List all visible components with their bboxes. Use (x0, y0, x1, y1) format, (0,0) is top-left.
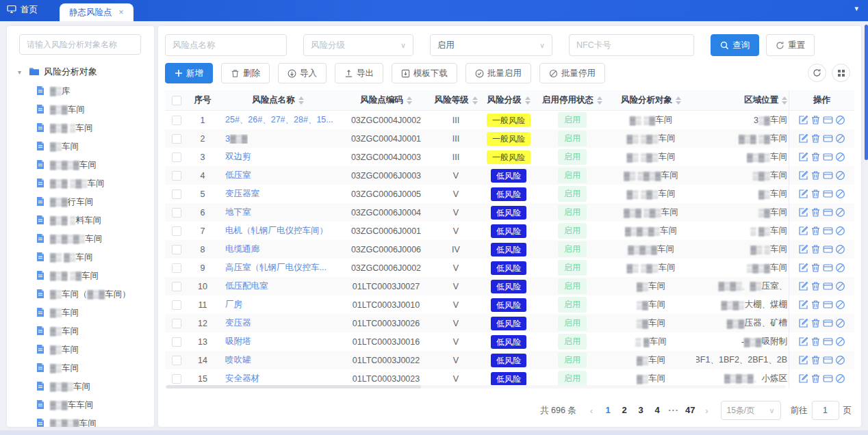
row-checkbox[interactable] (172, 374, 181, 384)
risk-point-link[interactable]: 低压室 (225, 170, 251, 181)
risk-point-link[interactable]: 变压器 (225, 317, 251, 329)
disable-icon[interactable] (835, 281, 845, 291)
card-icon[interactable] (823, 355, 833, 365)
delete-icon[interactable] (810, 244, 821, 254)
tree-item-workshop[interactable]: ▓▒车间 (7, 359, 154, 378)
column-header-6[interactable]: 启用停用状态 (539, 90, 606, 110)
edit-icon[interactable] (798, 226, 808, 236)
delete-icon[interactable] (810, 355, 821, 365)
card-icon[interactable] (823, 189, 833, 199)
delete-icon[interactable] (810, 263, 821, 273)
search-button[interactable]: 查询 (711, 34, 759, 56)
risk-point-link[interactable]: 喷吹罐 (225, 354, 251, 366)
delete-icon[interactable] (810, 318, 821, 328)
edit-icon[interactable] (798, 244, 808, 254)
import-button[interactable]: 导入 (278, 63, 327, 83)
disable-icon[interactable] (835, 226, 845, 236)
page-size-select[interactable]: 15条/页 ∨ (721, 401, 781, 420)
sort-icon[interactable] (407, 96, 412, 105)
tree-item-workshop[interactable]: ▓▒库 (7, 82, 154, 101)
disable-icon[interactable] (835, 170, 845, 181)
edit-icon[interactable] (798, 115, 808, 125)
row-checkbox[interactable] (172, 134, 181, 144)
disable-icon[interactable] (835, 244, 845, 254)
sort-icon[interactable] (597, 96, 602, 105)
card-icon[interactable] (823, 226, 833, 236)
edit-icon[interactable] (798, 207, 808, 218)
edit-icon[interactable] (798, 170, 808, 181)
delete-icon[interactable] (810, 300, 821, 310)
risk-point-link[interactable]: 电机（轧钢厂电仪控车间） (225, 225, 328, 237)
card-icon[interactable] (823, 115, 833, 125)
risk-point-link[interactable]: 3▓▒▓ (225, 134, 248, 144)
edit-icon[interactable] (798, 337, 808, 347)
risk-point-link[interactable]: 25#、26#、27#、28#、15... (225, 114, 333, 126)
risk-point-link[interactable]: 低压配电室 (225, 280, 268, 292)
next-page-icon[interactable]: › (701, 406, 712, 416)
row-checkbox[interactable] (172, 189, 181, 199)
close-icon[interactable]: × (119, 8, 124, 17)
risk-grade-select[interactable]: 风险分级 ∨ (303, 34, 413, 56)
disable-icon[interactable] (835, 263, 845, 273)
card-icon[interactable] (823, 152, 833, 162)
refresh-table-button[interactable] (808, 64, 826, 82)
add-button[interactable]: 新增 (165, 63, 213, 83)
batch-disable-button[interactable]: 批量停用 (539, 63, 605, 83)
tab-home[interactable]: 首页 (0, 4, 47, 21)
row-checkbox[interactable] (172, 263, 181, 273)
risk-point-link[interactable]: 安全器材 (225, 373, 259, 384)
caret-down-icon[interactable]: ▾ (18, 68, 25, 76)
tree-item-workshop[interactable]: ▓▒车间 (7, 322, 154, 341)
table-row[interactable]: 11 厂房 01LTC0003J0010 V 低风险 启用 ▒▓车间 ▓▒▓▒大… (165, 295, 789, 314)
sort-icon[interactable] (472, 96, 478, 105)
table-row[interactable]: 7 电机（轧钢厂电仪控车间） 03ZGC0006J0001 V 低风险 启用 ▓… (165, 222, 789, 240)
risk-point-link[interactable]: 地下室 (225, 207, 251, 218)
edit-icon[interactable] (798, 189, 808, 199)
delete-icon[interactable] (810, 337, 821, 347)
edit-icon[interactable] (798, 373, 808, 384)
horizontal-scrollbar-thumb[interactable] (166, 385, 421, 388)
edit-icon[interactable] (798, 281, 808, 291)
disable-icon[interactable] (835, 152, 845, 162)
table-row[interactable]: 10 低压配电室 01LTC0003J0027 V 低风险 启用 ▓▒车间 ▓▒… (165, 277, 789, 295)
disable-icon[interactable] (835, 300, 845, 310)
delete-icon[interactable] (810, 226, 821, 236)
delete-icon[interactable] (810, 170, 821, 181)
delete-icon[interactable] (810, 281, 821, 291)
row-checkbox[interactable] (172, 245, 181, 254)
disable-icon[interactable] (835, 189, 845, 199)
tree-item-workshop[interactable]: ▓▒车间（▓▒▓车间） (7, 285, 154, 304)
page-number-47[interactable]: 47 (682, 401, 698, 419)
disable-icon[interactable] (835, 207, 845, 218)
column-settings-button[interactable] (832, 64, 850, 82)
table-row[interactable]: 14 喷吹罐 01LTC0003J0022 V 低风险 启用 ▓▒车间 1BF1… (165, 351, 789, 369)
delete-icon[interactable] (810, 373, 821, 384)
disable-icon[interactable] (835, 133, 845, 144)
sort-icon[interactable] (676, 96, 681, 105)
chevron-down-icon[interactable]: ▾ (854, 4, 858, 13)
edit-icon[interactable] (798, 300, 808, 310)
card-icon[interactable] (823, 207, 833, 218)
card-icon[interactable] (823, 300, 833, 310)
select-all-checkbox[interactable] (172, 96, 181, 105)
delete-icon[interactable] (810, 115, 821, 125)
card-icon[interactable] (823, 133, 833, 144)
column-header-5[interactable]: 风险分级 (478, 90, 539, 110)
risk-point-link[interactable]: 高压室（轧钢厂电仪控车... (225, 262, 327, 274)
table-row[interactable]: 4 低压室 03ZGC0006J0003 V 低风险 启用 ▓▒ ▒▓▒▓车间 … (165, 166, 789, 185)
disable-icon[interactable] (835, 373, 845, 384)
tree-item-workshop[interactable]: ▓▒车间 (7, 137, 154, 156)
page-number-4[interactable]: 4 (649, 401, 665, 419)
tree-item-workshop[interactable]: ▓▒▓行车间 (7, 193, 154, 211)
goto-page-input[interactable] (812, 401, 839, 420)
tree-item-workshop[interactable]: ▓▒车间 (7, 304, 154, 322)
row-checkbox[interactable] (172, 171, 181, 181)
card-icon[interactable] (823, 263, 833, 273)
sort-icon[interactable] (298, 96, 304, 105)
table-row[interactable]: 1 25#、26#、27#、28#、15... 03ZGC0004J0002 I… (165, 111, 789, 129)
edit-icon[interactable] (798, 263, 808, 273)
row-checkbox[interactable] (172, 153, 181, 162)
disable-icon[interactable] (835, 115, 845, 125)
table-row[interactable]: 13 吸附塔 01LTC0003J0016 V 低风险 启用 ▒ ▓车间 - ▓… (165, 332, 789, 351)
risk-point-link[interactable]: 厂房 (225, 299, 242, 311)
